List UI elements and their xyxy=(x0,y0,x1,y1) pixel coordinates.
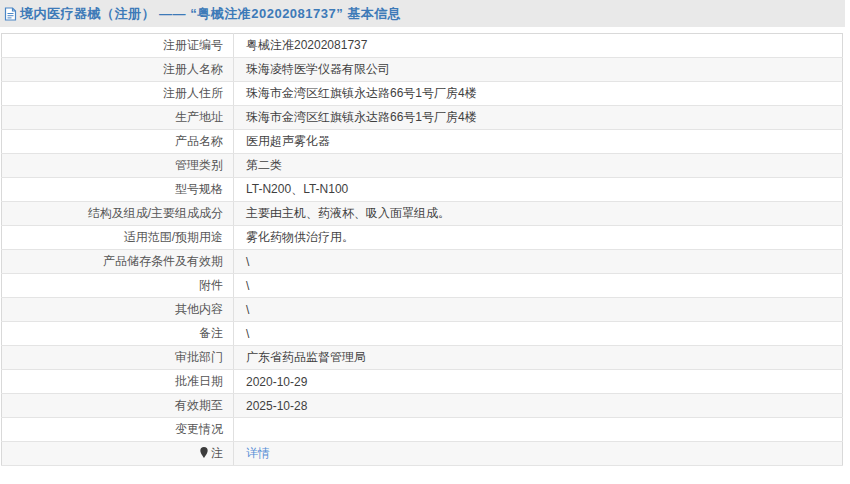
registration-info-table: 注册证编号 粤械注准20202081737 注册人名称 珠海凌特医学仪器有限公司… xyxy=(1,33,843,466)
row-label: 适用范围/预期用途 xyxy=(2,226,234,250)
row-label: 批准日期 xyxy=(2,370,234,394)
row-value: 粤械注准20202081737 xyxy=(234,34,843,58)
row-value: 医用超声雾化器 xyxy=(234,130,843,154)
table-row: 附件 \ xyxy=(2,274,843,298)
row-value: 珠海市金湾区红旗镇永达路66号1号厂房4楼 xyxy=(234,82,843,106)
table-row: 批准日期 2020-10-29 xyxy=(2,370,843,394)
row-label: 注 xyxy=(2,442,234,466)
table-row: 生产地址 珠海市金湾区红旗镇永达路66号1号厂房4楼 xyxy=(2,106,843,130)
row-value: 2025-10-28 xyxy=(234,394,843,418)
row-label: 产品储存条件及有效期 xyxy=(2,250,234,274)
row-label: 注册证编号 xyxy=(2,34,234,58)
table-row: 注册证编号 粤械注准20202081737 xyxy=(2,34,843,58)
row-value: \ xyxy=(234,274,843,298)
table-row: 注 详情 xyxy=(2,442,843,466)
row-label: 其他内容 xyxy=(2,298,234,322)
table-row: 管理类别 第二类 xyxy=(2,154,843,178)
table-row: 变更情况 xyxy=(2,418,843,442)
row-value: 广东省药品监督管理局 xyxy=(234,346,843,370)
row-label: 备注 xyxy=(2,322,234,346)
row-label: 产品名称 xyxy=(2,130,234,154)
page-header: 境内医疗器械（注册） —— “粤械注准20202081737” 基本信息 xyxy=(0,0,845,27)
row-label: 有效期至 xyxy=(2,394,234,418)
row-label: 结构及组成/主要组成成分 xyxy=(2,202,234,226)
row-label: 生产地址 xyxy=(2,106,234,130)
table-row: 产品名称 医用超声雾化器 xyxy=(2,130,843,154)
row-label: 变更情况 xyxy=(2,418,234,442)
row-value: 雾化药物供治疗用。 xyxy=(234,226,843,250)
row-value: 珠海市金湾区红旗镇永达路66号1号厂房4楼 xyxy=(234,106,843,130)
row-label-text: 注 xyxy=(211,446,223,460)
table-row: 产品储存条件及有效期 \ xyxy=(2,250,843,274)
row-value: \ xyxy=(234,250,843,274)
row-label: 管理类别 xyxy=(2,154,234,178)
pin-icon xyxy=(199,446,209,459)
row-label: 型号规格 xyxy=(2,178,234,202)
table-row: 有效期至 2025-10-28 xyxy=(2,394,843,418)
row-value: 2020-10-29 xyxy=(234,370,843,394)
row-label: 注册人住所 xyxy=(2,82,234,106)
table-row: 其他内容 \ xyxy=(2,298,843,322)
table-row: 注册人名称 珠海凌特医学仪器有限公司 xyxy=(2,58,843,82)
row-value: LT-N200、LT-N100 xyxy=(234,178,843,202)
row-value: 详情 xyxy=(234,442,843,466)
table-row: 型号规格 LT-N200、LT-N100 xyxy=(2,178,843,202)
page-title: 境内医疗器械（注册） —— “粤械注准20202081737” 基本信息 xyxy=(20,5,401,23)
row-value: 珠海凌特医学仪器有限公司 xyxy=(234,58,843,82)
row-label: 审批部门 xyxy=(2,346,234,370)
row-value xyxy=(234,418,843,442)
document-icon xyxy=(4,7,17,21)
row-value: \ xyxy=(234,322,843,346)
row-label: 附件 xyxy=(2,274,234,298)
row-label: 注册人名称 xyxy=(2,58,234,82)
table-row: 注册人住所 珠海市金湾区红旗镇永达路66号1号厂房4楼 xyxy=(2,82,843,106)
table-row: 备注 \ xyxy=(2,322,843,346)
table-row: 适用范围/预期用途 雾化药物供治疗用。 xyxy=(2,226,843,250)
table-row: 结构及组成/主要组成成分 主要由主机、药液杯、吸入面罩组成。 xyxy=(2,202,843,226)
row-value: 第二类 xyxy=(234,154,843,178)
table-row: 审批部门 广东省药品监督管理局 xyxy=(2,346,843,370)
row-value: 主要由主机、药液杯、吸入面罩组成。 xyxy=(234,202,843,226)
row-value: \ xyxy=(234,298,843,322)
details-link[interactable]: 详情 xyxy=(246,446,270,460)
